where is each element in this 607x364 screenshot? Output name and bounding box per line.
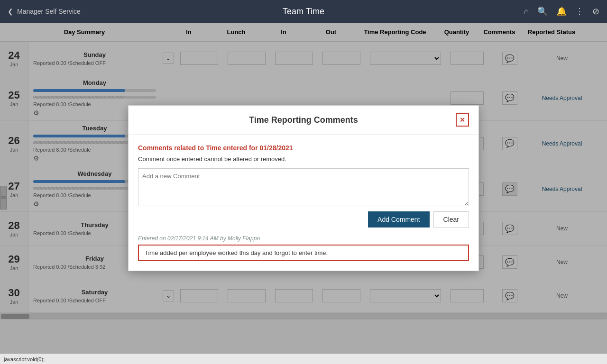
modal-note: Comment once entered cannot be altered o… xyxy=(138,155,469,163)
time-reporting-comments-modal: Time Reporting Comments ✕ Comments relat… xyxy=(128,105,479,271)
modal-close-button[interactable]: ✕ xyxy=(456,113,469,127)
home-icon[interactable]: ⌂ xyxy=(524,7,529,17)
bell-icon[interactable]: 🔔 xyxy=(556,6,567,17)
app-title: Team Time xyxy=(283,7,324,17)
status-url: javascript:void(0); xyxy=(4,356,45,362)
status-bar: javascript:void(0); xyxy=(0,354,607,364)
clear-button[interactable]: Clear xyxy=(433,211,469,228)
modal-body: Comments related to Time entered for 01/… xyxy=(129,135,478,271)
modal-comments-heading: Comments related to Time entered for 01/… xyxy=(138,144,469,152)
top-nav: ❮ Manager Self Service Team Time ⌂ 🔍 🔔 ⋮… xyxy=(0,0,607,23)
existing-comment-meta: Entered on 02/17/2021 9:14 AM by Molly F… xyxy=(138,235,469,242)
modal-actions: Add Comment Clear xyxy=(138,211,469,228)
search-icon[interactable]: 🔍 xyxy=(537,6,548,17)
forbidden-icon[interactable]: ⊘ xyxy=(592,6,599,17)
more-icon[interactable]: ⋮ xyxy=(575,6,584,17)
add-comment-button[interactable]: Add Comment xyxy=(368,211,429,228)
nav-back-label: Manager Self Service xyxy=(17,8,81,15)
chevron-left-icon: ❮ xyxy=(8,8,13,15)
modal-title: Time Reporting Comments xyxy=(151,115,456,125)
modal-header: Time Reporting Comments ✕ xyxy=(129,106,478,135)
close-icon: ✕ xyxy=(460,116,465,124)
existing-comment-text: Time added per employee worked this day … xyxy=(138,245,469,261)
nav-back[interactable]: ❮ Manager Self Service xyxy=(8,8,81,15)
modal-overlay: Time Reporting Comments ✕ Comments relat… xyxy=(0,23,607,354)
nav-icons: ⌂ 🔍 🔔 ⋮ ⊘ xyxy=(524,6,599,17)
comment-textarea[interactable] xyxy=(138,168,469,206)
